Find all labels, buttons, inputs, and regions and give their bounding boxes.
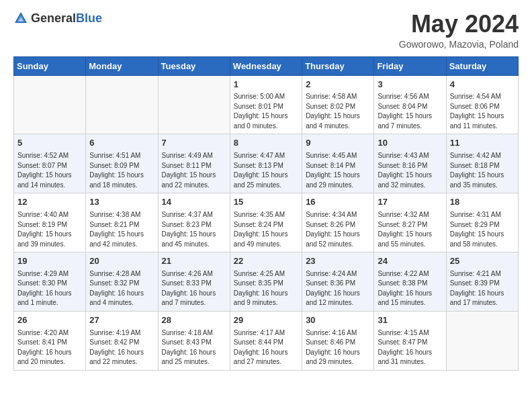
day-number: 25	[450, 255, 515, 268]
calendar-cell: 1Sunrise: 5:00 AM Sunset: 8:01 PM Daylig…	[230, 75, 302, 134]
calendar-cell: 12Sunrise: 4:40 AM Sunset: 8:19 PM Dayli…	[14, 193, 86, 253]
calendar-cell: 29Sunrise: 4:17 AM Sunset: 8:44 PM Dayli…	[230, 311, 302, 370]
day-info: Sunrise: 4:37 AM Sunset: 8:23 PM Dayligh…	[162, 210, 226, 249]
calendar-cell	[14, 75, 86, 134]
day-info: Sunrise: 4:52 AM Sunset: 8:07 PM Dayligh…	[17, 151, 82, 190]
day-info: Sunrise: 4:16 AM Sunset: 8:46 PM Dayligh…	[306, 328, 370, 367]
location: Goworowo, Mazovia, Poland	[399, 39, 519, 50]
day-info: Sunrise: 4:25 AM Sunset: 8:35 PM Dayligh…	[234, 269, 298, 308]
calendar-cell: 17Sunrise: 4:32 AM Sunset: 8:27 PM Dayli…	[374, 193, 446, 253]
day-number: 3	[378, 79, 442, 91]
calendar-cell: 24Sunrise: 4:22 AM Sunset: 8:38 PM Dayli…	[374, 253, 446, 312]
day-info: Sunrise: 4:49 AM Sunset: 8:11 PM Dayligh…	[162, 151, 226, 190]
calendar-week-row: 1Sunrise: 5:00 AM Sunset: 8:01 PM Daylig…	[14, 75, 519, 134]
calendar-cell: 14Sunrise: 4:37 AM Sunset: 8:23 PM Dayli…	[158, 193, 230, 253]
day-number: 6	[89, 137, 154, 150]
day-number: 22	[234, 255, 298, 268]
header: GeneralBlue May 2024 Goworowo, Mazovia, …	[13, 11, 519, 50]
day-number: 19	[17, 255, 82, 268]
day-info: Sunrise: 4:28 AM Sunset: 8:32 PM Dayligh…	[89, 269, 154, 308]
logo-icon	[13, 11, 28, 26]
day-info: Sunrise: 4:58 AM Sunset: 8:02 PM Dayligh…	[306, 92, 370, 131]
day-number: 27	[89, 314, 154, 327]
day-number: 31	[378, 314, 442, 327]
calendar-cell: 22Sunrise: 4:25 AM Sunset: 8:35 PM Dayli…	[230, 253, 302, 312]
col-header-tuesday: Tuesday	[158, 56, 230, 75]
calendar-cell: 18Sunrise: 4:31 AM Sunset: 8:29 PM Dayli…	[446, 193, 518, 253]
calendar-week-row: 5Sunrise: 4:52 AM Sunset: 8:07 PM Daylig…	[14, 134, 519, 193]
day-info: Sunrise: 4:45 AM Sunset: 8:14 PM Dayligh…	[306, 151, 370, 190]
day-number: 2	[306, 79, 370, 91]
calendar-cell: 3Sunrise: 4:56 AM Sunset: 8:04 PM Daylig…	[374, 75, 446, 134]
day-info: Sunrise: 4:54 AM Sunset: 8:06 PM Dayligh…	[450, 92, 515, 131]
page: GeneralBlue May 2024 Goworowo, Mazovia, …	[0, 0, 532, 411]
day-number: 15	[234, 196, 298, 209]
day-info: Sunrise: 4:56 AM Sunset: 8:04 PM Dayligh…	[378, 92, 442, 131]
col-header-friday: Friday	[374, 56, 446, 75]
day-number: 1	[234, 79, 298, 91]
calendar-cell	[446, 311, 518, 370]
calendar-cell: 9Sunrise: 4:45 AM Sunset: 8:14 PM Daylig…	[302, 134, 374, 193]
calendar-cell: 13Sunrise: 4:38 AM Sunset: 8:21 PM Dayli…	[86, 193, 158, 253]
day-info: Sunrise: 4:24 AM Sunset: 8:36 PM Dayligh…	[306, 269, 370, 308]
day-info: Sunrise: 4:43 AM Sunset: 8:16 PM Dayligh…	[378, 151, 442, 190]
calendar-cell: 21Sunrise: 4:26 AM Sunset: 8:33 PM Dayli…	[158, 253, 230, 312]
calendar-cell: 20Sunrise: 4:28 AM Sunset: 8:32 PM Dayli…	[86, 253, 158, 312]
day-number: 20	[89, 255, 154, 268]
day-number: 8	[234, 137, 298, 150]
calendar-cell: 5Sunrise: 4:52 AM Sunset: 8:07 PM Daylig…	[14, 134, 86, 193]
day-number: 4	[450, 79, 515, 91]
col-header-sunday: Sunday	[14, 56, 86, 75]
calendar-week-row: 26Sunrise: 4:20 AM Sunset: 8:41 PM Dayli…	[14, 311, 519, 370]
calendar-cell: 19Sunrise: 4:29 AM Sunset: 8:30 PM Dayli…	[14, 253, 86, 312]
day-info: Sunrise: 4:32 AM Sunset: 8:27 PM Dayligh…	[378, 210, 442, 249]
day-number: 12	[17, 196, 82, 209]
day-number: 14	[162, 196, 226, 209]
day-number: 18	[450, 196, 515, 209]
calendar-cell: 23Sunrise: 4:24 AM Sunset: 8:36 PM Dayli…	[302, 253, 374, 312]
calendar-cell: 4Sunrise: 4:54 AM Sunset: 8:06 PM Daylig…	[446, 75, 518, 134]
day-number: 16	[306, 196, 370, 209]
calendar-cell: 15Sunrise: 4:35 AM Sunset: 8:24 PM Dayli…	[230, 193, 302, 253]
day-info: Sunrise: 4:17 AM Sunset: 8:44 PM Dayligh…	[234, 328, 298, 367]
day-info: Sunrise: 5:00 AM Sunset: 8:01 PM Dayligh…	[234, 92, 298, 131]
calendar-cell: 30Sunrise: 4:16 AM Sunset: 8:46 PM Dayli…	[302, 311, 374, 370]
month-title: May 2024	[399, 11, 519, 38]
calendar-cell: 8Sunrise: 4:47 AM Sunset: 8:13 PM Daylig…	[230, 134, 302, 193]
day-info: Sunrise: 4:26 AM Sunset: 8:33 PM Dayligh…	[162, 269, 226, 308]
calendar-cell: 27Sunrise: 4:19 AM Sunset: 8:42 PM Dayli…	[86, 311, 158, 370]
day-info: Sunrise: 4:29 AM Sunset: 8:30 PM Dayligh…	[17, 269, 82, 308]
calendar-cell	[158, 75, 230, 134]
logo-blue-text: Blue	[76, 11, 102, 25]
day-info: Sunrise: 4:31 AM Sunset: 8:29 PM Dayligh…	[450, 210, 515, 249]
day-number: 30	[306, 314, 370, 327]
calendar-cell: 11Sunrise: 4:42 AM Sunset: 8:18 PM Dayli…	[446, 134, 518, 193]
day-number: 7	[162, 137, 226, 150]
calendar-cell: 16Sunrise: 4:34 AM Sunset: 8:26 PM Dayli…	[302, 193, 374, 253]
calendar-cell: 31Sunrise: 4:15 AM Sunset: 8:47 PM Dayli…	[374, 311, 446, 370]
calendar-cell: 7Sunrise: 4:49 AM Sunset: 8:11 PM Daylig…	[158, 134, 230, 193]
day-number: 5	[17, 137, 82, 150]
day-info: Sunrise: 4:20 AM Sunset: 8:41 PM Dayligh…	[17, 328, 82, 367]
day-number: 26	[17, 314, 82, 327]
day-info: Sunrise: 4:47 AM Sunset: 8:13 PM Dayligh…	[234, 151, 298, 190]
col-header-thursday: Thursday	[302, 56, 374, 75]
day-number: 24	[378, 255, 442, 268]
day-number: 11	[450, 137, 515, 150]
calendar-header-row: SundayMondayTuesdayWednesdayThursdayFrid…	[14, 56, 519, 75]
calendar-cell: 28Sunrise: 4:18 AM Sunset: 8:43 PM Dayli…	[158, 311, 230, 370]
day-number: 9	[306, 137, 370, 150]
day-info: Sunrise: 4:42 AM Sunset: 8:18 PM Dayligh…	[450, 151, 515, 190]
day-number: 29	[234, 314, 298, 327]
day-number: 13	[89, 196, 154, 209]
col-header-monday: Monday	[86, 56, 158, 75]
day-number: 21	[162, 255, 226, 268]
calendar-cell	[86, 75, 158, 134]
day-info: Sunrise: 4:34 AM Sunset: 8:26 PM Dayligh…	[306, 210, 370, 249]
day-info: Sunrise: 4:40 AM Sunset: 8:19 PM Dayligh…	[17, 210, 82, 249]
day-info: Sunrise: 4:22 AM Sunset: 8:38 PM Dayligh…	[378, 269, 442, 308]
day-info: Sunrise: 4:18 AM Sunset: 8:43 PM Dayligh…	[162, 328, 226, 367]
calendar-week-row: 19Sunrise: 4:29 AM Sunset: 8:30 PM Dayli…	[14, 253, 519, 312]
day-info: Sunrise: 4:35 AM Sunset: 8:24 PM Dayligh…	[234, 210, 298, 249]
day-number: 10	[378, 137, 442, 150]
